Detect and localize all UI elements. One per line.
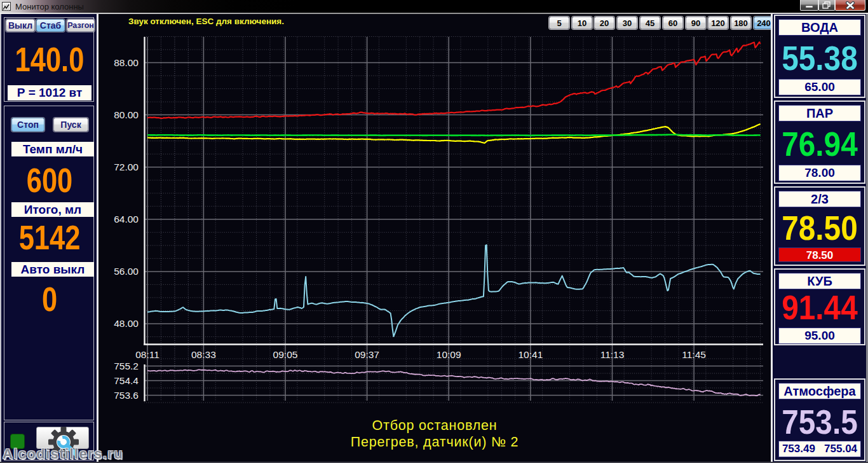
svg-text:10:09: 10:09 xyxy=(437,349,461,360)
svg-text:88.00: 88.00 xyxy=(114,57,139,68)
svg-text:11:45: 11:45 xyxy=(682,349,706,360)
svg-text:80.00: 80.00 xyxy=(114,109,139,120)
svg-text:10:41: 10:41 xyxy=(519,349,543,360)
svg-text:64.00: 64.00 xyxy=(114,214,139,225)
svg-text:72.00: 72.00 xyxy=(114,162,139,172)
svg-text:755.2: 755.2 xyxy=(114,361,139,371)
svg-text:09:37: 09:37 xyxy=(355,349,379,360)
svg-text:753.6: 753.6 xyxy=(114,390,139,401)
svg-text:11:13: 11:13 xyxy=(600,349,625,360)
svg-text:Звук отключен, ESC для включен: Звук отключен, ESC для включения. xyxy=(128,17,284,26)
svg-text:08:11: 08:11 xyxy=(135,349,159,360)
svg-text:754.4: 754.4 xyxy=(114,375,139,386)
svg-text:56.00: 56.00 xyxy=(114,266,139,277)
svg-text:Перегрев, датчик(и) № 2: Перегрев, датчик(и) № 2 xyxy=(351,434,519,450)
svg-text:09:05: 09:05 xyxy=(273,349,298,360)
svg-text:48.00: 48.00 xyxy=(114,318,139,329)
svg-text:08:33: 08:33 xyxy=(191,349,216,360)
svg-text:Отбор остановлен: Отбор остановлен xyxy=(372,418,498,433)
